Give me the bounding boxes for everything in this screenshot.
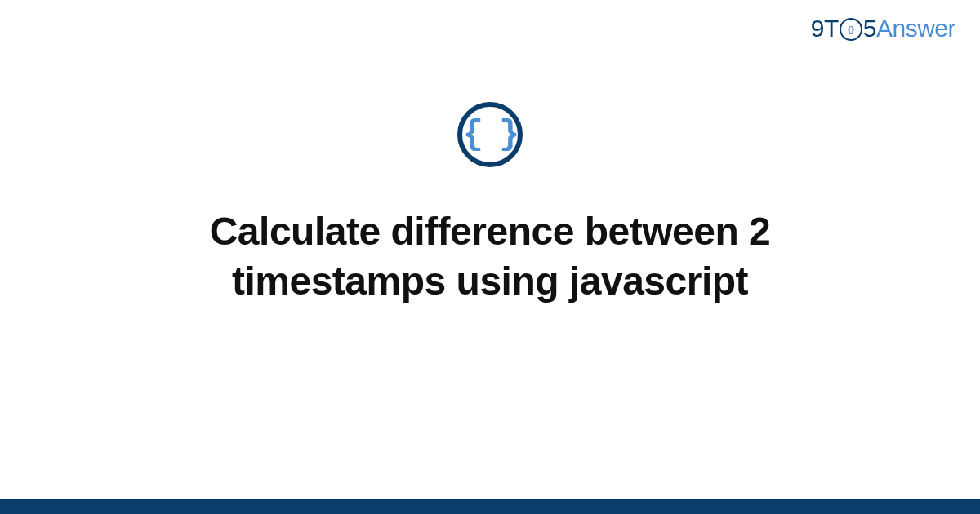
- header: 9T {} 5 Answer: [811, 15, 956, 42]
- page-title: Calculate difference between 2 timestamp…: [98, 206, 882, 307]
- logo-o-circle: {}: [840, 18, 862, 41]
- code-braces-icon: { }: [457, 102, 523, 167]
- logo-text-9t: 9T: [811, 15, 839, 42]
- braces-glyph: { }: [463, 117, 518, 152]
- logo-o-inner-braces: {}: [848, 25, 854, 34]
- site-logo[interactable]: 9T {} 5 Answer: [811, 15, 956, 42]
- footer-accent-bar: [0, 499, 980, 514]
- main-content: { } Calculate difference between 2 times…: [0, 102, 980, 307]
- logo-text-answer: Answer: [876, 15, 956, 42]
- logo-text-5: 5: [863, 15, 876, 42]
